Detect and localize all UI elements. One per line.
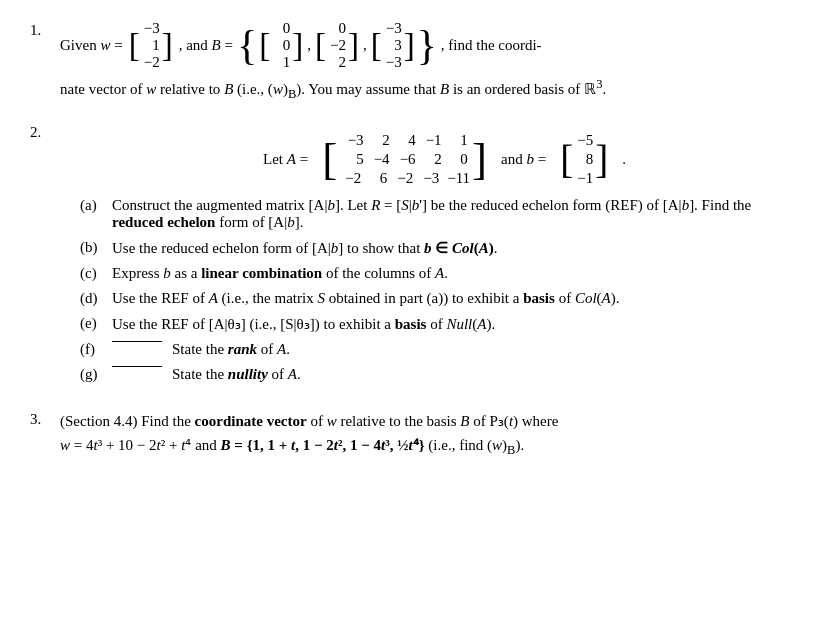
subpart-c-label: (c) — [80, 265, 108, 282]
bv2-r3: 2 — [328, 54, 346, 71]
bl2: [ — [315, 29, 326, 62]
w-cell-1: −3 — [142, 20, 160, 37]
w-cell-2: 1 — [142, 37, 160, 54]
subpart-d-label: (d) — [80, 290, 108, 307]
subpart-a-text: Construct the augmented matrix [A|b]. Le… — [112, 197, 789, 231]
given-label: Given w = — [60, 37, 123, 54]
b1: −5 — [575, 132, 593, 149]
a14: −1 — [424, 132, 442, 149]
b2: 8 — [575, 151, 593, 168]
subpart-e: (e) Use the REF of [A|θ₃] (i.e., [S|θ₃])… — [80, 315, 789, 333]
and-b-text: and b = — [501, 151, 546, 168]
A-bl: [ — [322, 137, 337, 182]
A-row-1: −3 2 4 −1 1 — [342, 132, 468, 149]
problem-1-content: Given w = [ −3 1 −2 ] , and B = { [ — [60, 20, 789, 104]
problem-number-2: 2. — [30, 122, 60, 141]
subpart-a-label: (a) — [80, 197, 108, 214]
a25: 0 — [450, 151, 468, 168]
problem-2-content: Let A = [ −3 2 4 −1 1 5 −4 −6 — [60, 122, 789, 391]
w-vector: [ −3 1 −2 ] — [129, 20, 173, 71]
bv1-r1: 0 — [272, 20, 290, 37]
a31: −2 — [339, 170, 361, 187]
a34: −3 — [421, 170, 439, 187]
bv3-r2: 3 — [384, 37, 402, 54]
period-after-b: . — [622, 151, 626, 168]
comma-1: , — [307, 37, 311, 54]
B-vec-2: [ 0 −2 2 ] — [315, 20, 359, 71]
subpart-c: (c) Express b as a linear combination of… — [80, 265, 789, 282]
a35: −11 — [447, 170, 470, 187]
A-row-3: −2 6 −2 −3 −11 — [339, 170, 470, 187]
problem-number-3: 3. — [30, 409, 60, 428]
bv3-inner: −3 3 −3 — [384, 20, 402, 71]
subpart-c-text: Express b as a linear combination of the… — [112, 265, 448, 282]
A-inner: −3 2 4 −1 1 5 −4 −6 2 0 −2 — [339, 132, 470, 187]
problem-1: 1. Given w = [ −3 1 −2 ] , and B = { — [30, 20, 789, 104]
subpart-f: (f) State the rank of A. — [80, 341, 789, 358]
subpart-b-text: Use the reduced echelon form of [A|b] to… — [112, 239, 498, 257]
problem-2-matrices: Let A = [ −3 2 4 −1 1 5 −4 −6 — [100, 132, 789, 187]
A-row-2: 5 −4 −6 2 0 — [342, 151, 468, 168]
bv3-r3: −3 — [384, 54, 402, 71]
a12: 2 — [372, 132, 390, 149]
a32: 6 — [369, 170, 387, 187]
B-vec-3: [ −3 3 −3 ] — [371, 20, 415, 71]
bv2-r2: −2 — [328, 37, 346, 54]
curly-close: } — [417, 27, 437, 64]
b-vector: [ −5 8 −1 ] — [560, 132, 608, 187]
and-b-label: , and B = — [179, 37, 233, 54]
a24: 2 — [424, 151, 442, 168]
p3-section-ref: (Section 4.4) Find the coordinate vector… — [60, 413, 558, 429]
subpart-d-text: Use the REF of A (i.e., the matrix S obt… — [112, 290, 619, 307]
problem-3-content: (Section 4.4) Find the coordinate vector… — [60, 409, 789, 460]
subpart-a: (a) Construct the augmented matrix [A|b]… — [80, 197, 789, 231]
problem-1-continuation: nate vector of w relative to B (i.e., (w… — [60, 75, 789, 104]
a23: −6 — [398, 151, 416, 168]
bv1-r3: 1 — [272, 54, 290, 71]
subpart-g-label: (g) — [80, 366, 108, 383]
subpart-g: (g) State the nullity of A. — [80, 366, 789, 383]
comma-2: , — [363, 37, 367, 54]
subpart-e-text: Use the REF of [A|θ₃] (i.e., [S|θ₃]) to … — [112, 315, 495, 333]
a15: 1 — [450, 132, 468, 149]
problem-number-1: 1. — [30, 20, 60, 39]
problem-1-line: Given w = [ −3 1 −2 ] , and B = { [ — [60, 20, 789, 71]
a22: −4 — [372, 151, 390, 168]
bl3: [ — [371, 29, 382, 62]
B-set: { [ 0 0 1 ] , [ — [237, 20, 437, 71]
B-subscript-1: B — [288, 87, 296, 101]
subpart-b: (b) Use the reduced echelon form of [A|b… — [80, 239, 789, 257]
let-A-label: Let A = — [263, 151, 308, 168]
bv1-inner: 0 0 1 — [272, 20, 290, 71]
bl1: [ — [259, 29, 270, 62]
br3: ] — [404, 29, 415, 62]
bracket-right: ] — [162, 29, 173, 62]
find-text: , find the coordi- — [441, 37, 542, 54]
B-vec-1: [ 0 0 1 ] — [259, 20, 303, 71]
a13: 4 — [398, 132, 416, 149]
problem-3: 3. (Section 4.4) Find the coordinate vec… — [30, 409, 789, 460]
bv1-r2: 0 — [272, 37, 290, 54]
subpart-b-label: (b) — [80, 239, 108, 256]
curly-open: { — [237, 27, 257, 64]
b3: −1 — [575, 170, 593, 187]
a21: 5 — [342, 151, 364, 168]
b-br: ] — [595, 140, 608, 179]
w-matrix-inner: −3 1 −2 — [142, 20, 160, 71]
bv2-inner: 0 −2 2 — [328, 20, 346, 71]
subpart-f-blank — [112, 341, 162, 342]
subpart-g-text: State the nullity of A. — [172, 366, 301, 383]
w-cell-3: −2 — [142, 54, 160, 71]
A-matrix: [ −3 2 4 −1 1 5 −4 −6 2 0 — [322, 132, 487, 187]
subpart-f-text: State the rank of A. — [172, 341, 290, 358]
subpart-d: (d) Use the REF of A (i.e., the matrix S… — [80, 290, 789, 307]
a11: −3 — [342, 132, 364, 149]
A-br: ] — [472, 137, 487, 182]
bracket-left: [ — [129, 29, 140, 62]
br2: ] — [348, 29, 359, 62]
problem-2: 2. Let A = [ −3 2 4 −1 1 5 −4 — [30, 122, 789, 391]
bv3-r1: −3 — [384, 20, 402, 37]
subpart-e-label: (e) — [80, 315, 108, 332]
subpart-g-blank — [112, 366, 162, 367]
br1: ] — [292, 29, 303, 62]
